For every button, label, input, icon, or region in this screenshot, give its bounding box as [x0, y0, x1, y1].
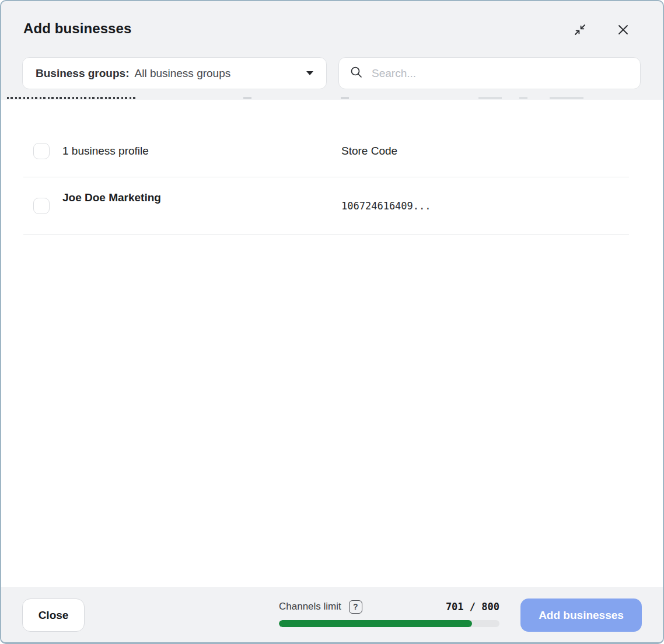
search-icon [350, 65, 371, 82]
channels-progress-bar [279, 620, 499, 627]
clipped-text-fragment [478, 97, 502, 99]
selection-count-label: 1 business profile [62, 145, 149, 158]
search-input[interactable] [371, 66, 630, 80]
page-title: Add businesses [23, 20, 131, 37]
close-modal-button[interactable] [615, 22, 631, 38]
table-row-divider [23, 235, 629, 235]
clipped-text-fragment [7, 97, 137, 99]
channels-usage-count: 701 / 800 [446, 601, 499, 612]
chevron-down-icon [306, 71, 313, 75]
clipped-text-fragment [519, 97, 527, 99]
close-button[interactable]: Close [22, 598, 85, 632]
close-icon [616, 23, 630, 37]
table-header-divider [23, 177, 629, 177]
help-icon[interactable]: ? [349, 600, 362, 614]
clipped-text-fragment [550, 97, 583, 99]
table-row[interactable] [1, 178, 663, 235]
channels-limit-block: Channels limit ? 701 / 800 [279, 599, 499, 627]
channels-progress-fill [279, 620, 472, 627]
modal-footer: Close Channels limit ? 701 / 800 Add bus… [1, 587, 663, 642]
business-list: 1 business profile Store Code Joe Doe Ma… [1, 100, 663, 587]
business-groups-dropdown[interactable]: Business groups: All business groups [22, 57, 327, 89]
business-name: Joe Doe Marketing [62, 191, 161, 204]
search-field-container [338, 57, 641, 89]
collapse-window-button[interactable] [572, 22, 588, 38]
clipped-text-fragment [341, 97, 349, 99]
collapse-icon [573, 23, 587, 37]
add-businesses-button[interactable]: Add businesses [520, 598, 642, 632]
business-groups-label: Business groups: [36, 67, 129, 80]
row-checkbox[interactable] [33, 198, 50, 214]
select-all-checkbox[interactable] [33, 143, 50, 159]
channels-limit-label: Channels limit [279, 601, 341, 612]
clipped-text-fragment [243, 97, 251, 99]
business-groups-selected-value: All business groups [134, 67, 230, 80]
add-businesses-modal: Add businesses Business groups: All busi… [0, 0, 664, 644]
business-store-code: 106724616409... [341, 200, 431, 212]
store-code-column-header: Store Code [341, 145, 397, 158]
